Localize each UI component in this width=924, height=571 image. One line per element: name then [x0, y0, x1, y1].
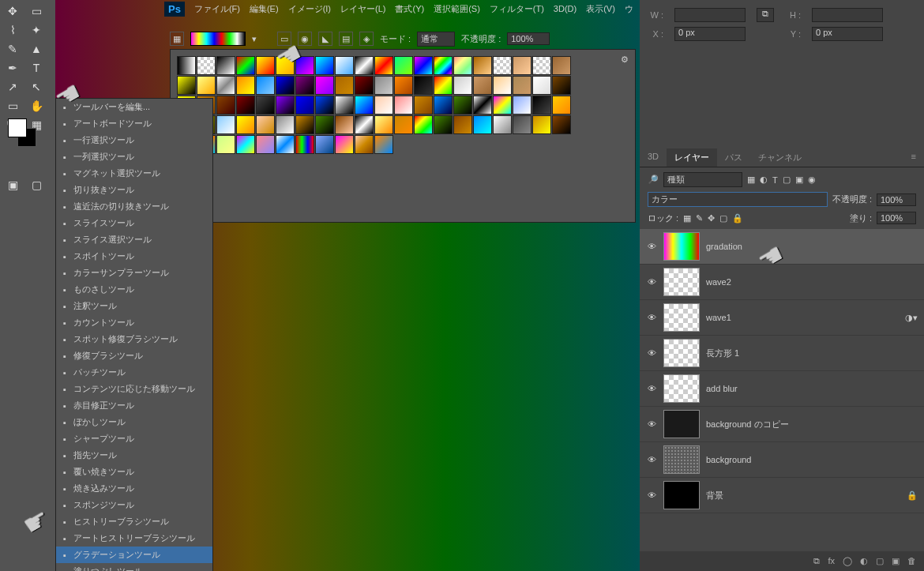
gradient-swatch[interactable]: [216, 135, 235, 154]
gradient-preview-dropdown[interactable]: [190, 32, 246, 46]
lasso-tool-icon[interactable]: ⌇: [2, 21, 24, 39]
gradient-swatch[interactable]: [374, 96, 393, 115]
screenmode-icon[interactable]: ▢: [25, 175, 47, 194]
gradient-swatch[interactable]: [216, 96, 235, 115]
gradient-swatch[interactable]: [315, 115, 334, 134]
tool-menu-item[interactable]: ▪ものさしツール: [56, 281, 212, 298]
opacity-select[interactable]: 100%: [507, 32, 550, 45]
fg-color-swatch[interactable]: [8, 118, 27, 137]
lock-artboard-icon[interactable]: ▢: [719, 213, 727, 224]
layer-row[interactable]: 👁wave1◑▾: [640, 300, 924, 336]
layer-thumbnail[interactable]: [663, 339, 700, 367]
gradient-swatch[interactable]: [335, 135, 354, 154]
tool-menu-item[interactable]: ▪マグネット選択ツール: [56, 165, 212, 182]
visibility-icon[interactable]: 👁: [646, 419, 657, 429]
gradient-swatch[interactable]: [355, 76, 374, 95]
h-input[interactable]: [812, 8, 883, 22]
tool-menu-item[interactable]: ▪カウントツール: [56, 314, 212, 331]
layer-thumbnail[interactable]: [663, 232, 700, 261]
gradient-swatch[interactable]: [276, 56, 295, 75]
gradient-swatch[interactable]: [276, 76, 295, 95]
filter-toggle-icon[interactable]: ◉: [808, 175, 816, 185]
tool-menu-item[interactable]: ▪アートヒストリーブラシツール: [56, 530, 212, 547]
menu-filter[interactable]: フィルター(T): [490, 3, 544, 15]
gradient-swatch[interactable]: [355, 56, 374, 75]
tool-menu-item[interactable]: ▪スライス選択ツール: [56, 231, 212, 248]
tool-menu-item[interactable]: ▪スポンジツール: [56, 497, 212, 513]
filter-type-icon[interactable]: T: [772, 175, 778, 185]
tool-menu-item[interactable]: ▪アートボードツール: [56, 115, 212, 132]
visibility-icon[interactable]: 👁: [646, 313, 657, 322]
tool-menu-item[interactable]: ▪グラデーションツール: [56, 547, 212, 563]
gradient-swatch[interactable]: [552, 115, 571, 134]
gradient-swatch[interactable]: [473, 96, 492, 115]
tool-menu-item[interactable]: ▪覆い焼きツール: [56, 464, 212, 480]
gradient-swatch[interactable]: [197, 76, 216, 95]
layer-thumbnail[interactable]: [663, 303, 700, 332]
mask-icon[interactable]: ◯: [843, 556, 852, 566]
tool-menu-item[interactable]: ▪カラーサンプラーツール: [56, 265, 212, 281]
visibility-icon[interactable]: 👁: [646, 384, 657, 393]
pen-tool-icon[interactable]: ✒: [2, 58, 24, 77]
gradient-swatch[interactable]: [335, 76, 354, 95]
type-tool-icon[interactable]: T: [25, 58, 47, 77]
gradient-radial-icon[interactable]: ◉: [298, 32, 312, 46]
tab-paths[interactable]: パス: [717, 148, 750, 167]
gradient-swatch[interactable]: [295, 56, 314, 75]
gradient-swatch[interactable]: [552, 56, 571, 75]
gradient-swatch[interactable]: [295, 96, 314, 115]
layer-row[interactable]: 👁背景🔒: [640, 478, 924, 513]
menu-file[interactable]: ファイル(F): [194, 3, 240, 15]
menu-layer[interactable]: レイヤー(L): [340, 3, 385, 15]
gradient-swatch[interactable]: [374, 115, 393, 134]
menu-edit[interactable]: 編集(E): [250, 3, 279, 15]
tool-menu-item[interactable]: ▪シャープツール: [56, 430, 212, 447]
layer-filter-kind[interactable]: 種類: [663, 172, 742, 187]
visibility-icon[interactable]: 👁: [646, 490, 657, 500]
hand-tool-icon[interactable]: ✋: [25, 96, 47, 115]
gradient-swatch[interactable]: [177, 76, 196, 95]
blend-mode-select[interactable]: カラー: [648, 192, 828, 207]
marquee-tool-icon[interactable]: ▭: [25, 2, 47, 21]
gradient-swatch[interactable]: [493, 56, 512, 75]
tool-menu-item[interactable]: ▪修復ブラシツール: [56, 347, 212, 364]
lock-transparent-icon[interactable]: ▦: [683, 213, 691, 224]
layer-row[interactable]: 👁wave2: [640, 265, 924, 300]
gradient-swatch[interactable]: [552, 96, 571, 115]
gradient-swatch[interactable]: [256, 76, 275, 95]
gradient-swatch[interactable]: [394, 56, 413, 75]
layer-thumbnail[interactable]: [663, 374, 700, 403]
layer-fill-input[interactable]: 100%: [877, 212, 916, 224]
gradient-swatch[interactable]: [493, 76, 512, 95]
gradient-swatch[interactable]: [513, 96, 531, 115]
gradient-swatch[interactable]: [256, 96, 275, 115]
tool-menu-item[interactable]: ▪スポイトツール: [56, 248, 212, 265]
layer-row[interactable]: 👁add blur: [640, 371, 924, 407]
gradient-swatch[interactable]: [394, 96, 413, 115]
layer-thumbnail[interactable]: [663, 268, 700, 296]
tool-menu-item[interactable]: ▪ヒストリーブラシツール: [56, 513, 212, 530]
search-icon[interactable]: 🔎: [648, 175, 659, 185]
panel-menu-icon[interactable]: ≡: [903, 148, 924, 167]
gradient-swatch[interactable]: [276, 96, 295, 115]
layer-opacity-input[interactable]: 100%: [877, 193, 916, 206]
gradient-swatch[interactable]: [374, 135, 393, 154]
menu-view[interactable]: 表示(V): [586, 3, 615, 15]
gradient-swatch[interactable]: [434, 96, 453, 115]
visibility-icon[interactable]: 👁: [646, 348, 657, 358]
gradient-swatch[interactable]: [532, 96, 551, 115]
gradient-diamond-icon[interactable]: ◈: [359, 32, 374, 46]
tool-menu-item[interactable]: ▪遠近法の切り抜きツール: [56, 198, 212, 215]
menu-window[interactable]: ウ: [625, 3, 633, 15]
visibility-icon[interactable]: 👁: [646, 455, 657, 464]
gradient-swatch[interactable]: [315, 96, 334, 115]
gradient-swatch[interactable]: [473, 115, 492, 134]
gradient-swatch[interactable]: [532, 115, 551, 134]
menu-3d[interactable]: 3D(D): [554, 4, 577, 13]
trash-icon[interactable]: 🗑: [907, 556, 916, 566]
gradient-swatch[interactable]: [236, 96, 255, 115]
layer-row[interactable]: 👁gradation: [640, 229, 924, 265]
menu-image[interactable]: イメージ(I): [288, 3, 331, 15]
tab-3d[interactable]: 3D: [640, 148, 667, 167]
tool-menu-item[interactable]: ▪塗りつぶしツール: [56, 563, 212, 571]
